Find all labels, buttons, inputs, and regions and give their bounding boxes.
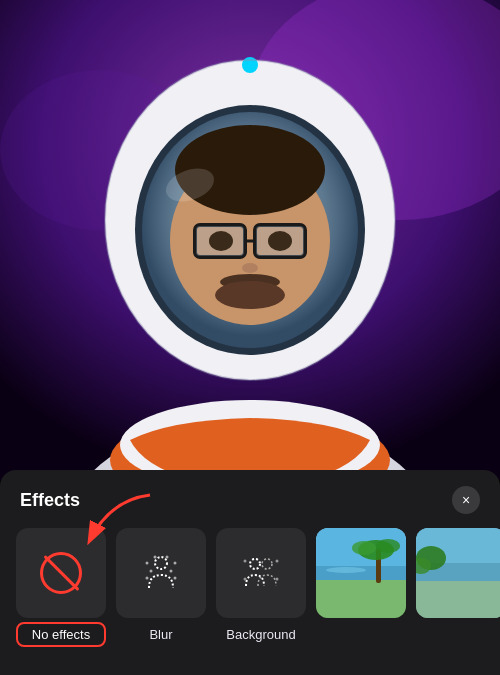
- panel-title: Effects: [20, 490, 80, 511]
- effects-labels: No effects Blur Background: [0, 622, 500, 647]
- background-label: Background: [216, 627, 306, 642]
- svg-point-31: [166, 556, 169, 559]
- astronaut-image: [0, 0, 500, 480]
- effect-item-background: [216, 528, 306, 618]
- background-icon: [241, 553, 281, 593]
- svg-point-30: [154, 556, 157, 559]
- svg-point-20: [215, 281, 285, 309]
- svg-point-45: [376, 539, 400, 553]
- effect-item-blur: [116, 528, 206, 618]
- panel-header: Effects ×: [0, 470, 500, 524]
- svg-point-39: [276, 578, 279, 581]
- svg-point-37: [276, 560, 279, 563]
- svg-point-25: [155, 557, 167, 569]
- beach-thumbnail: [316, 528, 406, 618]
- svg-point-16: [209, 231, 233, 251]
- beach2-button[interactable]: [416, 528, 500, 618]
- no-effects-button[interactable]: [16, 528, 106, 618]
- svg-point-26: [146, 562, 149, 565]
- svg-point-35: [262, 559, 272, 569]
- svg-rect-42: [316, 580, 406, 618]
- svg-point-46: [352, 541, 376, 555]
- svg-point-27: [174, 562, 177, 565]
- svg-point-34: [250, 559, 260, 569]
- close-button[interactable]: ×: [452, 486, 480, 514]
- blur-label: Blur: [116, 627, 206, 642]
- svg-rect-50: [416, 581, 500, 618]
- no-effects-label: No effects: [16, 622, 106, 647]
- effect-item-no-effects: [16, 528, 106, 618]
- svg-point-38: [244, 578, 247, 581]
- svg-point-17: [268, 231, 292, 251]
- effects-row: [0, 524, 500, 618]
- svg-point-28: [146, 577, 149, 580]
- effects-panel: Effects ×: [0, 470, 500, 675]
- effect-item-beach: [316, 528, 406, 618]
- effect-item-beach2: [416, 528, 500, 618]
- blur-icon: [141, 553, 181, 593]
- svg-point-18: [242, 263, 258, 273]
- svg-point-32: [150, 570, 153, 573]
- camera-view: [0, 0, 500, 480]
- svg-point-36: [244, 560, 247, 563]
- close-icon: ×: [462, 492, 470, 508]
- beach2-thumbnail: [416, 528, 500, 618]
- svg-point-29: [174, 577, 177, 580]
- no-effects-icon: [40, 552, 82, 594]
- beach-button[interactable]: [316, 528, 406, 618]
- blur-button[interactable]: [116, 528, 206, 618]
- background-button[interactable]: [216, 528, 306, 618]
- svg-point-47: [326, 567, 366, 573]
- svg-point-33: [170, 570, 173, 573]
- camera-feed: [0, 0, 500, 480]
